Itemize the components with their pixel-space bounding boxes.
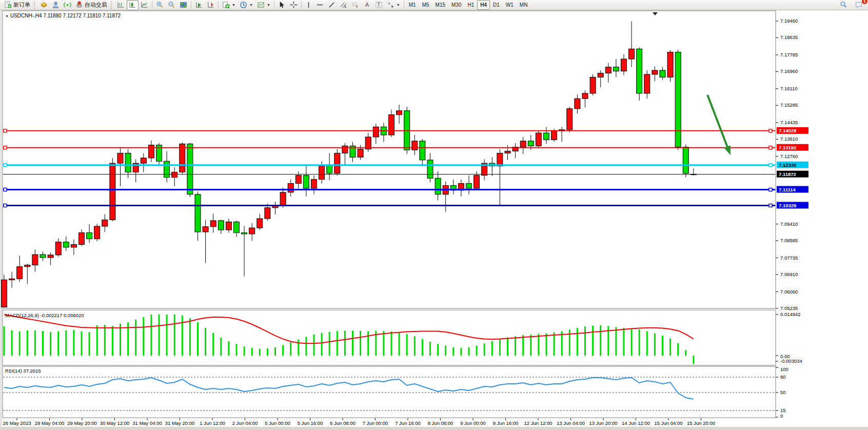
- toolbar-grip: [111, 2, 113, 9]
- templates-button[interactable]: ▼: [255, 0, 272, 10]
- charts-button[interactable]: [38, 0, 50, 10]
- candle-body: [637, 49, 642, 93]
- hline-anchor: [4, 204, 7, 207]
- new-order-icon: [4, 1, 12, 9]
- candle-body: [520, 141, 526, 147]
- candle-body: [71, 244, 76, 247]
- text-label-button[interactable]: T: [373, 0, 385, 10]
- price-tick-label: 7.07735: [780, 255, 798, 261]
- chart-shift-button[interactable]: [205, 0, 216, 10]
- hline-anchor: [769, 204, 772, 207]
- text-button[interactable]: A: [361, 0, 373, 10]
- price-tick-label: 7.06060: [780, 289, 798, 295]
- new-order-button[interactable]: 新订单: [2, 0, 32, 10]
- time-tick-label: 13 Jun 04:00: [557, 420, 585, 426]
- chart-menu-triangle-icon[interactable]: ▼: [5, 14, 9, 18]
- timeframe-h1-button[interactable]: H1: [464, 0, 477, 10]
- timeframe-h4-button[interactable]: H4: [477, 0, 490, 10]
- autotrading-icon: [75, 1, 83, 9]
- tile-windows-button[interactable]: [177, 0, 189, 10]
- timeframe-mn-button[interactable]: MN: [517, 0, 531, 10]
- price-axis[interactable]: 7.194607.186357.177857.169607.161107.152…: [776, 18, 808, 311]
- candle-body: [397, 111, 402, 115]
- svg-text:7.11114: 7.11114: [779, 187, 796, 192]
- arrows-button[interactable]: ▼: [385, 0, 402, 10]
- channel-icon: E: [340, 1, 347, 9]
- autotrading-button[interactable]: 自动交易: [73, 0, 109, 10]
- vertical-line-button[interactable]: [303, 0, 314, 10]
- equidistant-channel-button[interactable]: E: [338, 0, 349, 10]
- candle-body: [94, 226, 100, 239]
- line-chart-button[interactable]: [139, 0, 150, 10]
- timeframe-m15-button[interactable]: M15: [432, 0, 448, 10]
- candle-body: [32, 255, 38, 265]
- price-tick-label: 7.09410: [780, 221, 798, 227]
- time-tick-label: 30 May 12:00: [100, 420, 130, 426]
- pane-borders: [0, 11, 868, 430]
- candle-body: [575, 99, 580, 109]
- time-tick-label: 1 Jun 12:00: [200, 420, 225, 426]
- candle-body: [652, 70, 658, 74]
- candle-body: [582, 93, 588, 99]
- zoom-out-button[interactable]: [166, 0, 177, 10]
- time-axis[interactable]: 26 May 202329 May 04:0029 May 20:0030 Ma…: [3, 418, 715, 426]
- trendline-icon: [328, 1, 336, 9]
- crosshair-button[interactable]: [288, 0, 300, 10]
- candle-body: [590, 77, 596, 93]
- time-tick-label: 5 Jun 16:00: [298, 420, 323, 426]
- fibonacci-icon: F: [351, 1, 359, 9]
- price-tick-label: 7.17785: [780, 52, 798, 57]
- dropdown-caret-icon: ▼: [249, 3, 253, 7]
- price-tick-label: 7.13610: [780, 136, 798, 142]
- zoom-in-icon: [156, 1, 164, 9]
- profiles-button[interactable]: [50, 0, 62, 10]
- auto-scroll-icon: [195, 1, 203, 9]
- notifications-button[interactable]: 1: [853, 0, 865, 10]
- candle-body: [373, 127, 379, 137]
- candle-body: [342, 146, 348, 153]
- auto-scroll-button[interactable]: [193, 0, 205, 10]
- search-button[interactable]: [838, 0, 850, 10]
- timeframe-m5-button[interactable]: M5: [419, 0, 432, 10]
- time-tick-label: 13 Jun 20:00: [589, 420, 618, 426]
- text-icon: A: [363, 1, 371, 9]
- new-chart-icon: [222, 1, 230, 9]
- timeframe-m1-button[interactable]: M1: [406, 0, 419, 10]
- svg-text:0: 0: [780, 413, 783, 419]
- zoom-in-button[interactable]: [154, 0, 166, 10]
- candle-body: [466, 184, 472, 188]
- timeframe-d1-button[interactable]: D1: [490, 0, 503, 10]
- timeframe-w1-button[interactable]: W1: [503, 0, 517, 10]
- timeframe-m30-button[interactable]: M30: [448, 0, 464, 10]
- time-tick-label: 29 May 04:00: [35, 420, 65, 426]
- hline-anchor: [4, 164, 7, 167]
- new-chart-button[interactable]: ▼: [220, 0, 238, 10]
- time-tick-label: 31 May 20:00: [165, 420, 195, 426]
- price-tick-label: 7.12760: [780, 153, 798, 159]
- candlestick-chart-button[interactable]: [127, 0, 139, 10]
- chart-canvas[interactable]: 7.194607.186357.177857.169607.161107.152…: [0, 0, 868, 430]
- autotrading-label: 自动交易: [85, 1, 107, 9]
- candle-body: [683, 147, 688, 173]
- signals-button[interactable]: [62, 0, 73, 10]
- candle-body: [187, 144, 193, 194]
- bar-chart-button[interactable]: [115, 0, 127, 10]
- time-tick-label: 2 Jun 04:00: [232, 420, 258, 426]
- profiles-icon: [52, 1, 60, 9]
- candle-body: [497, 153, 503, 166]
- time-tick-label: 7 Jun 00:00: [363, 420, 388, 426]
- svg-text:7.14028: 7.14028: [779, 128, 796, 133]
- horizontal-line-button[interactable]: [314, 0, 326, 10]
- dropdown-caret-icon: ▼: [232, 3, 235, 7]
- periods-button[interactable]: ▼: [238, 0, 255, 10]
- toolbar-separator: [191, 1, 191, 9]
- candle-body: [218, 221, 224, 230]
- fibonacci-button[interactable]: F: [349, 0, 361, 10]
- candle-body: [141, 158, 146, 163]
- candle-body: [102, 220, 108, 226]
- candle-body: [195, 194, 201, 232]
- candlestick-chart-icon: [129, 1, 136, 9]
- cursor-button[interactable]: [276, 0, 288, 10]
- trendline-button[interactable]: [326, 0, 338, 10]
- svg-text:T: T: [377, 2, 381, 8]
